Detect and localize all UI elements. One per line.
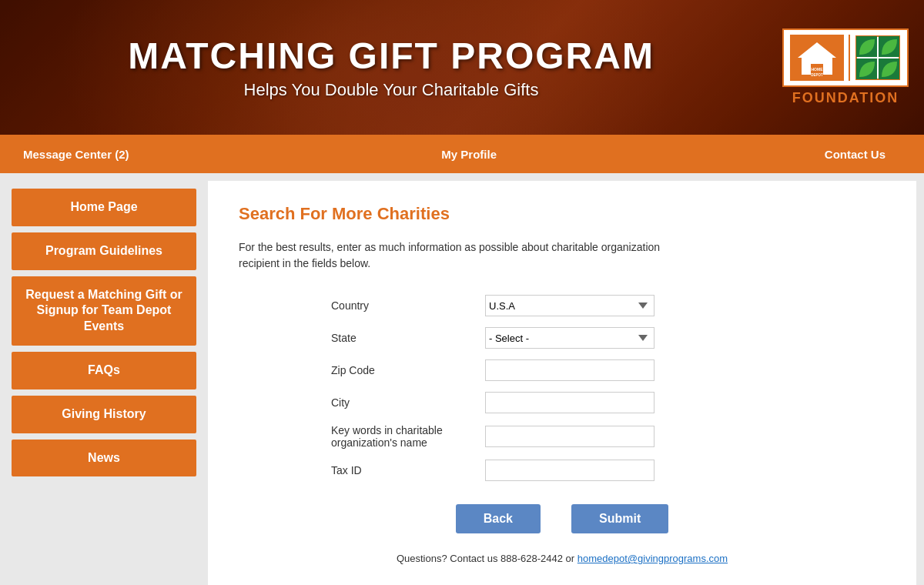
zip-input[interactable] [485, 359, 654, 381]
navbar: Message Center (2) My Profile Contact Us [0, 135, 924, 173]
foundation-logo-icon [855, 35, 901, 81]
country-select[interactable]: U.S.A [485, 295, 654, 316]
svg-text:HOME: HOME [812, 67, 824, 72]
city-input[interactable] [485, 392, 654, 413]
keywords-row: Key words in charitable organization's n… [331, 424, 793, 449]
navbar-contact-us[interactable]: Contact Us [802, 135, 909, 173]
logo-divider [849, 35, 850, 81]
foundation-label: FOUNDATION [792, 90, 899, 106]
main-container: Home Page Program Guidelines Request a M… [0, 173, 924, 585]
home-depot-logo-icon: THE HOME DEPOT [790, 35, 844, 81]
back-button[interactable]: Back [456, 504, 541, 533]
header-subtitle: Helps You Double Your Charitable Gifts [15, 80, 767, 100]
keywords-label: Key words in charitable organization's n… [331, 424, 485, 449]
zip-row: Zip Code [331, 359, 793, 381]
sidebar: Home Page Program Guidelines Request a M… [0, 173, 208, 585]
header-logo: THE HOME DEPOT [782, 28, 909, 106]
form-buttons: Back Submit [331, 504, 793, 533]
section-title: Search For More Charities [239, 204, 886, 224]
country-label: Country [331, 299, 485, 312]
tax-id-label: Tax ID [331, 464, 485, 476]
footer-contact: Questions? Contact us 888-628-2442 or ho… [331, 553, 793, 564]
country-row: Country U.S.A [331, 295, 793, 316]
state-row: State - Select - [331, 327, 793, 349]
header: MATCHING GIFT PROGRAM Helps You Double Y… [0, 0, 924, 135]
sidebar-item-home-page[interactable]: Home Page [12, 189, 196, 226]
form-description: For the best results, enter as much info… [239, 239, 685, 272]
sidebar-item-program-guidelines[interactable]: Program Guidelines [12, 232, 196, 270]
header-text-block: MATCHING GIFT PROGRAM Helps You Double Y… [15, 35, 767, 100]
zip-label: Zip Code [331, 364, 485, 376]
tax-id-input[interactable] [485, 460, 654, 481]
sidebar-item-news[interactable]: News [12, 440, 196, 477]
sidebar-item-giving-history[interactable]: Giving History [12, 396, 196, 433]
submit-button[interactable]: Submit [571, 504, 668, 533]
sidebar-item-faqs[interactable]: FAQs [12, 352, 196, 389]
sidebar-item-request-matching[interactable]: Request a Matching Gift or Signup for Te… [12, 276, 196, 346]
navbar-my-profile[interactable]: My Profile [434, 148, 520, 161]
navbar-message-center[interactable]: Message Center (2) [15, 135, 152, 173]
tax-id-row: Tax ID [331, 460, 793, 481]
city-row: City [331, 392, 793, 413]
city-label: City [331, 396, 485, 409]
logo-box: THE HOME DEPOT [782, 28, 909, 87]
state-label: State [331, 332, 485, 344]
footer-contact-text: Questions? Contact us 888-628-2442 or [397, 553, 578, 564]
footer-email-link[interactable]: homedepot@givingprograms.com [578, 553, 728, 564]
header-title: MATCHING GIFT PROGRAM [15, 35, 767, 77]
main-content: Search For More Charities For the best r… [208, 181, 916, 585]
keywords-input[interactable] [485, 426, 654, 447]
svg-text:DEPOT: DEPOT [811, 73, 823, 77]
search-form: Country U.S.A State - Select - Zip Code … [331, 295, 793, 564]
state-select[interactable]: - Select - [485, 327, 654, 349]
